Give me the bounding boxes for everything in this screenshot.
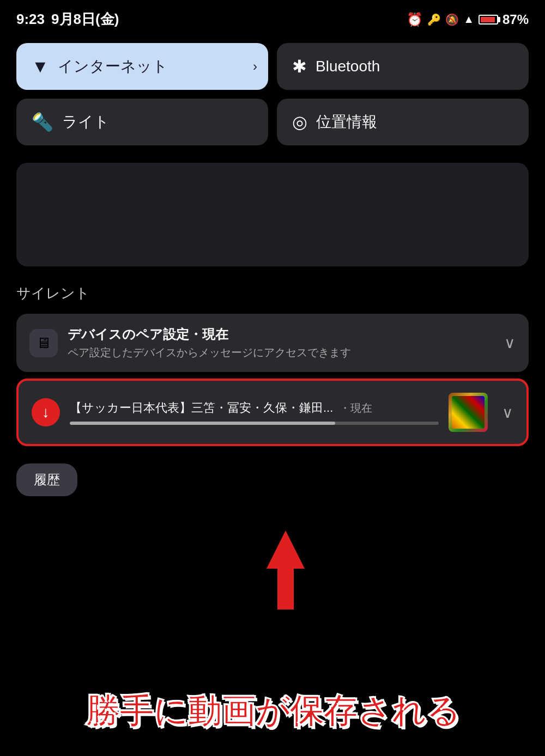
status-left: 9:23 9月8日(金) xyxy=(16,10,119,29)
tile-bluetooth-label: Bluetooth xyxy=(316,58,380,75)
status-bar: 9:23 9月8日(金) ⏰ 🔑 🔕 ▲ 87% xyxy=(0,0,545,34)
download-title: 【サッカー日本代表】三笘・冨安・久保・鎌田... xyxy=(70,400,333,416)
download-progress-bar xyxy=(70,422,439,425)
tile-torch[interactable]: 🔦 ライト xyxy=(16,99,268,145)
tile-torch-label: ライト xyxy=(62,112,110,132)
history-button[interactable]: 履歴 xyxy=(16,464,77,496)
pair-notification[interactable]: 🖥 デバイスのペア設定・現在 ペア設定したデバイスからメッセージにアクセスできま… xyxy=(16,314,529,372)
download-notification-content: 【サッカー日本代表】三笘・冨安・久保・鎌田... ・現在 xyxy=(70,400,439,425)
date-display: 9月8日(金) xyxy=(51,10,119,29)
download-icon: ↓ xyxy=(32,398,60,426)
tile-internet[interactable]: ▼ インターネット › xyxy=(16,43,268,90)
alarm-icon: ⏰ xyxy=(407,12,423,27)
download-notification[interactable]: ↓ 【サッカー日本代表】三笘・冨安・久保・鎌田... ・現在 ∨ xyxy=(16,379,529,446)
media-card xyxy=(16,163,529,266)
wifi-icon: ▼ xyxy=(32,57,49,77)
thumb-image xyxy=(452,396,485,429)
download-title-row: 【サッカー日本代表】三笘・冨安・久保・鎌田... ・現在 xyxy=(70,400,439,416)
chevron-down-icon: ∨ xyxy=(504,334,516,352)
quick-tiles-grid: ▼ インターネット › ✱ Bluetooth 🔦 ライト ◎ 位置情報 xyxy=(0,34,545,154)
battery-icon xyxy=(479,15,498,25)
history-button-wrap: 履歴 xyxy=(16,464,77,496)
torch-icon: 🔦 xyxy=(32,112,53,132)
device-icon: 🖥 xyxy=(29,329,58,357)
chevron-down-icon-download: ∨ xyxy=(502,404,513,422)
status-right: ⏰ 🔑 🔕 ▲ 87% xyxy=(407,12,529,27)
battery-percent: 87% xyxy=(502,12,529,27)
bottom-annotation-text: 勝手に動画が保存される xyxy=(0,688,545,734)
arrow-annotation xyxy=(253,525,318,614)
signal-icon: ▲ xyxy=(463,13,474,26)
mute-icon: 🔕 xyxy=(445,13,459,26)
pair-notification-title: デバイスのペア設定・現在 xyxy=(68,326,494,343)
download-thumbnail xyxy=(449,393,488,432)
bluetooth-icon: ✱ xyxy=(292,56,307,77)
pair-notification-subtitle: ペア設定したデバイスからメッセージにアクセスできます xyxy=(68,345,494,360)
location-icon: ◎ xyxy=(292,112,307,132)
download-time: ・現在 xyxy=(340,401,372,416)
tile-location-label: 位置情報 xyxy=(316,112,377,132)
svg-marker-0 xyxy=(267,531,305,609)
arrow-svg xyxy=(253,525,318,612)
download-progress-fill xyxy=(70,422,335,425)
pair-notification-content: デバイスのペア設定・現在 ペア設定したデバイスからメッセージにアクセスできます xyxy=(68,326,494,360)
chevron-right-icon: › xyxy=(253,59,257,74)
tile-internet-label: インターネット xyxy=(58,56,168,77)
time-display: 9:23 xyxy=(16,11,45,28)
key-icon: 🔑 xyxy=(427,13,441,26)
tile-location[interactable]: ◎ 位置情報 xyxy=(277,99,529,145)
tile-bluetooth[interactable]: ✱ Bluetooth xyxy=(277,43,529,90)
silent-label: サイレント xyxy=(0,275,545,307)
